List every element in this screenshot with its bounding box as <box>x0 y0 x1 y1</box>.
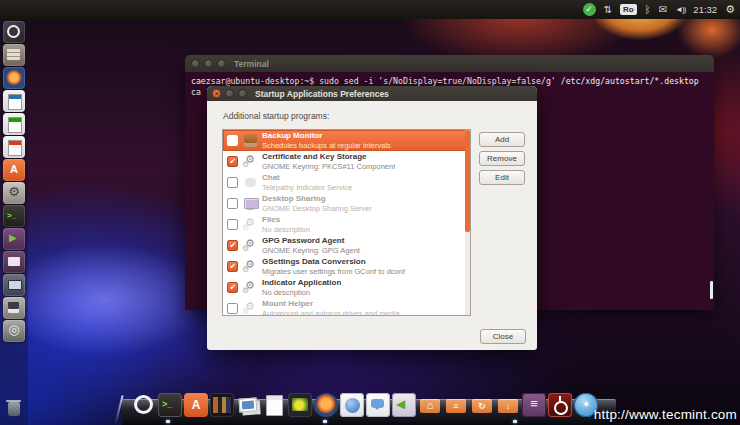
remove-button[interactable]: Remove <box>479 151 525 166</box>
startup-list-item[interactable]: Files No description <box>223 214 470 235</box>
program-icon <box>243 217 258 232</box>
program-description: Telepathy Indicator Service <box>262 183 352 192</box>
startup-checkbox[interactable] <box>227 240 238 251</box>
launcher-item-files[interactable] <box>3 44 25 66</box>
startup-list: Backup Monitor Schedules backups at regu… <box>223 130 470 316</box>
programs-label: Additional startup programs: <box>223 111 329 121</box>
startup-checkbox[interactable] <box>227 156 238 167</box>
startup-checkbox[interactable] <box>227 177 238 188</box>
startup-checkbox[interactable] <box>227 261 238 272</box>
launcher-item-ubuntu-software-center[interactable] <box>3 159 25 181</box>
startup-list-item[interactable]: GSettings Data Conversion Migrates user … <box>223 256 470 277</box>
dock-item-terminal[interactable] <box>158 393 182 417</box>
program-icon <box>243 196 258 211</box>
dock-icons <box>132 393 598 417</box>
status-check-icon[interactable]: ✓ <box>583 3 596 16</box>
launcher-item-terminal[interactable] <box>3 205 25 227</box>
dock-item-web-browser[interactable] <box>340 393 364 417</box>
launcher-item-trash[interactable] <box>3 397 25 419</box>
session-gear-icon[interactable]: ⚙ <box>725 0 735 19</box>
program-description: GNOME Keyring: PKCS#11 Component <box>262 162 395 171</box>
dialog-title: Startup Applications Preferences <box>255 89 389 99</box>
edit-button[interactable]: Edit <box>479 170 525 185</box>
startup-checkbox[interactable] <box>227 135 238 146</box>
program-icon <box>243 133 258 148</box>
startup-list-item[interactable]: Indicator Application No description <box>223 277 470 298</box>
add-button[interactable]: Add <box>479 132 525 147</box>
program-name: Files <box>262 215 310 225</box>
dock-item-home-folder[interactable] <box>418 393 442 417</box>
network-traffic-icon[interactable]: ⇅ <box>604 0 612 19</box>
bluetooth-icon[interactable]: ᛒ <box>645 0 651 19</box>
list-scrollbar[interactable] <box>465 130 470 315</box>
dialog-titlebar[interactable]: × Startup Applications Preferences <box>207 86 537 101</box>
dock-item-photos[interactable] <box>236 393 260 417</box>
keyboard-layout-indicator[interactable]: Ro <box>620 4 637 15</box>
launcher-item-libreoffice-calc[interactable] <box>3 113 25 135</box>
startup-checkbox[interactable] <box>227 303 238 314</box>
program-description: No description <box>262 288 341 297</box>
dock-item-system-list[interactable] <box>522 393 546 417</box>
watermark: http://www.tecmint.com <box>594 407 737 422</box>
clock[interactable]: 21:32 <box>693 0 717 19</box>
startup-list-box: Backup Monitor Schedules backups at regu… <box>222 129 471 316</box>
startup-checkbox[interactable] <box>227 219 238 230</box>
list-scrollbar-thumb[interactable] <box>465 130 470 232</box>
launcher-item-remote-desktop[interactable] <box>3 274 25 296</box>
panel-indicators: ✓⇅Roᛒ✉◄))21:32⚙ <box>583 0 735 19</box>
launcher-item-firefox[interactable] <box>3 67 25 89</box>
program-icon <box>243 238 258 253</box>
startup-list-item[interactable]: Backup Monitor Schedules backups at regu… <box>223 130 470 151</box>
dock <box>118 385 620 425</box>
program-description: Migrates user settings from GConf to dco… <box>262 267 405 276</box>
volume-icon[interactable]: ◄)) <box>675 0 685 19</box>
launcher-item-libreoffice-writer[interactable] <box>3 90 25 112</box>
dialog-close-button[interactable]: × <box>212 89 221 98</box>
launcher-item-backup-disk[interactable] <box>3 297 25 319</box>
program-name: Mount Helper <box>262 299 400 309</box>
startup-list-item[interactable]: GPG Password Agent GNOME Keyring: GPG Ag… <box>223 235 470 256</box>
launcher-item-disc-burner[interactable] <box>3 320 25 342</box>
launcher-item-libreoffice-impress[interactable] <box>3 136 25 158</box>
mail-icon[interactable]: ✉ <box>659 0 667 19</box>
dock-item-software-center[interactable] <box>184 393 208 417</box>
program-name: Desktop Sharing <box>262 194 372 204</box>
dock-item-document-viewer[interactable] <box>262 393 286 417</box>
program-icon <box>243 154 258 169</box>
dialog-maximize-button[interactable] <box>238 89 247 98</box>
dock-item-image-viewer[interactable] <box>288 393 312 417</box>
dock-item-firefox[interactable] <box>314 393 338 417</box>
startup-list-item[interactable]: Desktop Sharing GNOME Desktop Sharing Se… <box>223 193 470 214</box>
dock-item-recent-folder[interactable] <box>470 393 494 417</box>
launcher-item-dash-home[interactable] <box>3 21 25 43</box>
launcher-item-system-settings[interactable] <box>3 182 25 204</box>
terminal-scrollbar-thumb[interactable] <box>710 281 713 299</box>
close-button[interactable]: Close <box>480 329 526 344</box>
dock-item-downloads-folder[interactable] <box>496 393 520 417</box>
startup-list-item[interactable]: Chat Telepathy Indicator Service <box>223 172 470 193</box>
startup-list-item[interactable]: Certificate and Key Storage GNOME Keyrin… <box>223 151 470 172</box>
startup-list-item[interactable]: Mount Helper Automount and autorun drive… <box>223 298 470 316</box>
launcher-item-purple-terminal[interactable] <box>3 251 25 273</box>
program-icon <box>243 301 258 316</box>
startup-checkbox[interactable] <box>227 282 238 293</box>
dock-item-videos[interactable] <box>210 393 234 417</box>
dock-item-documents-folder[interactable] <box>444 393 468 417</box>
terminal-minimize-button[interactable] <box>204 59 213 68</box>
program-icon <box>243 259 258 274</box>
program-description: GNOME Desktop Sharing Server <box>262 204 372 213</box>
terminal-titlebar[interactable]: Terminal <box>185 55 714 72</box>
launcher <box>0 19 28 425</box>
dock-item-file-transfer[interactable] <box>392 393 416 417</box>
terminal-close-button[interactable] <box>191 59 200 68</box>
program-name: Indicator Application <box>262 278 341 288</box>
dock-item-messaging[interactable] <box>366 393 390 417</box>
terminal-maximize-button[interactable] <box>217 59 226 68</box>
dock-running-indicator <box>323 420 327 423</box>
program-description: No description <box>262 225 310 234</box>
launcher-item-software-updater[interactable] <box>3 228 25 250</box>
startup-checkbox[interactable] <box>227 198 238 209</box>
dialog-minimize-button[interactable] <box>225 89 234 98</box>
dock-item-ubuntu-logo[interactable] <box>132 393 156 417</box>
dock-item-power-button[interactable] <box>548 393 572 417</box>
